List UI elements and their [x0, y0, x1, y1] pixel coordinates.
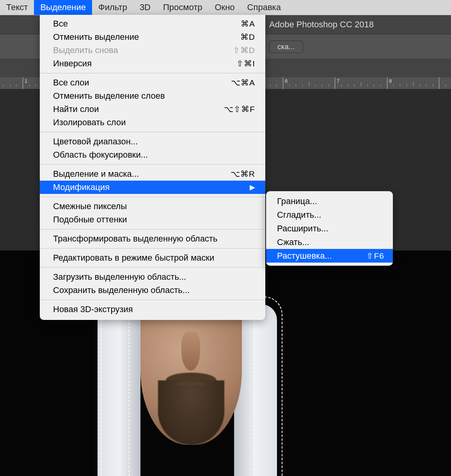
menubar-item-0[interactable]: Текст — [0, 0, 34, 15]
menu-modify-submenu: Граница...Сгладить...Расширить...Сжать..… — [266, 191, 393, 266]
menu-item[interactable]: Область фокусировки... — [40, 148, 265, 162]
menu-item-label: Отменить выделение слоев — [53, 91, 165, 101]
options-bar-button[interactable]: ска... — [269, 41, 303, 53]
menu-item-shortcut: ⌥⇧⌘F — [224, 105, 255, 114]
menu-selection-dropdown: Все⌘AОтменить выделение⌘DВыделить снова⇧… — [40, 15, 265, 320]
ruler-label: 7 — [337, 78, 339, 84]
menu-item[interactable]: Смежные пикселы — [40, 200, 265, 213]
menubar: ТекстВыделениеФильтр3DПросмотрОкноСправк… — [0, 0, 451, 15]
menu-item-label: Найти слои — [53, 104, 99, 114]
menu-item-label: Отменить выделение — [53, 32, 139, 42]
menu-item-label: Трансформировать выделенную область — [53, 234, 217, 244]
submenu-item-label: Граница... — [277, 196, 317, 206]
menubar-item-3[interactable]: 3D — [133, 0, 157, 15]
menubar-item-label: Фильтр — [98, 2, 127, 12]
ruler-label: 1 — [25, 78, 27, 84]
menubar-item-label: Окно — [215, 2, 234, 12]
menu-item[interactable]: Модификация▶ — [40, 181, 265, 194]
menu-item[interactable]: Трансформировать выделенную область — [40, 232, 265, 245]
menu-item[interactable]: Цветовой диапазон... — [40, 135, 265, 148]
titlebar-text: Adobe Photoshop CC 2018 — [269, 20, 374, 30]
submenu-item-shortcut: ⇧F6 — [366, 251, 384, 261]
menu-item-shortcut: ⌥⌘A — [231, 78, 255, 87]
menu-item-label: Область фокусировки... — [53, 150, 148, 160]
submenu-item[interactable]: Растушевка...⇧F6 — [266, 249, 393, 263]
menubar-item-label: 3D — [140, 2, 151, 12]
submenu-item-label: Расширить... — [277, 224, 328, 234]
submenu-item-label: Сгладить... — [277, 210, 321, 220]
menubar-item-label: Текст — [6, 2, 28, 12]
menu-item[interactable]: Найти слои⌥⇧⌘F — [40, 103, 265, 116]
menubar-item-6[interactable]: Справка — [241, 0, 287, 15]
menu-item[interactable]: Новая 3D-экструзия — [40, 303, 265, 316]
submenu-item[interactable]: Сжать... — [266, 235, 393, 249]
menu-item-shortcut: ⌥⌘R — [231, 169, 255, 179]
menu-item[interactable]: Загрузить выделенную область... — [40, 270, 265, 284]
menu-item[interactable]: Инверсия⇧⌘I — [40, 57, 265, 70]
menu-item-label: Смежные пикселы — [53, 201, 127, 211]
menubar-item-label: Справка — [247, 2, 281, 12]
menu-item[interactable]: Отменить выделение слоев — [40, 89, 265, 103]
menu-item[interactable]: Сохранить выделенную область... — [40, 284, 265, 297]
menu-item-label: Выделить снова — [53, 45, 118, 55]
ruler-label: 8 — [389, 78, 392, 84]
menubar-item-label: Просмотр — [163, 2, 202, 12]
menu-item[interactable]: Все слои⌥⌘A — [40, 76, 265, 89]
menu-item-label: Модификация — [53, 182, 110, 192]
menu-item-shortcut: ⌘D — [240, 32, 255, 42]
photo-content — [121, 304, 261, 476]
menu-item-shortcut: ⌘A — [241, 19, 255, 28]
submenu-arrow-icon: ▶ — [250, 183, 255, 192]
menu-item-label: Загрузить выделенную область... — [53, 272, 186, 282]
menubar-item-4[interactable]: Просмотр — [157, 0, 208, 15]
menu-item[interactable]: Выделение и маска...⌥⌘R — [40, 167, 265, 181]
menu-item[interactable]: Отменить выделение⌘D — [40, 30, 265, 44]
menu-item[interactable]: Подобные оттенки — [40, 213, 265, 226]
menu-item-label: Цветовой диапазон... — [53, 137, 138, 147]
menu-item-label: Все слои — [53, 78, 89, 88]
menubar-item-1[interactable]: Выделение — [34, 0, 92, 15]
menu-item-label: Подобные оттенки — [53, 215, 127, 225]
menu-item-label: Новая 3D-экструзия — [53, 304, 133, 314]
ruler-label: 6 — [285, 78, 288, 84]
submenu-item-label: Сжать... — [277, 237, 309, 247]
menu-item-label: Редактировать в режиме быстрой маски — [53, 253, 214, 263]
menubar-item-label: Выделение — [40, 2, 86, 12]
menu-item[interactable]: Все⌘A — [40, 17, 265, 30]
menu-item-label: Выделение и маска... — [53, 169, 139, 179]
submenu-item[interactable]: Сгладить... — [266, 208, 393, 222]
submenu-item-label: Растушевка... — [277, 251, 332, 261]
menu-item[interactable]: Изолировать слои — [40, 116, 265, 129]
menu-item-shortcut: ⇧⌘D — [233, 46, 255, 55]
menu-item-label: Сохранить выделенную область... — [53, 285, 190, 295]
menu-item-label: Инверсия — [53, 59, 92, 69]
menu-item: Выделить снова⇧⌘D — [40, 44, 265, 57]
submenu-item[interactable]: Расширить... — [266, 222, 393, 235]
menu-item-label: Все — [53, 19, 68, 29]
menubar-item-5[interactable]: Окно — [208, 0, 241, 15]
menu-item[interactable]: Редактировать в режиме быстрой маски — [40, 251, 265, 265]
submenu-item[interactable]: Граница... — [266, 194, 393, 208]
menu-item-shortcut: ⇧⌘I — [236, 59, 255, 68]
menu-item-label: Изолировать слои — [53, 117, 126, 128]
menubar-item-2[interactable]: Фильтр — [92, 0, 133, 15]
